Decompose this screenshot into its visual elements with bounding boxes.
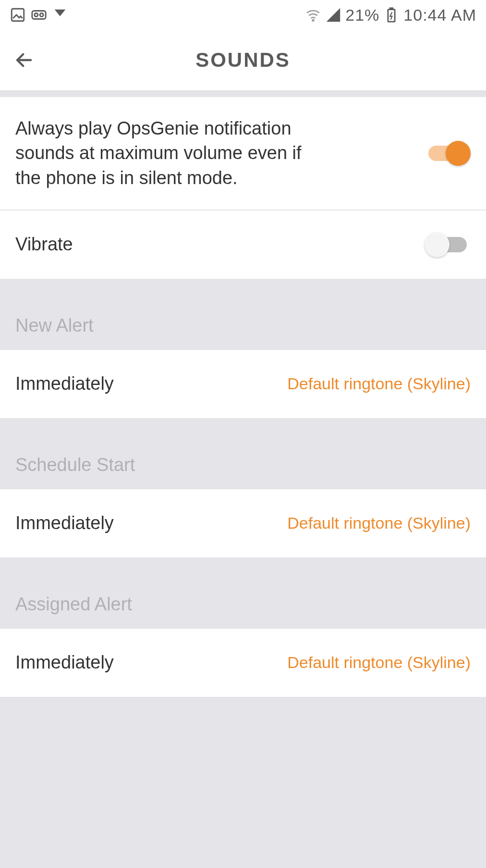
toggle-max-volume[interactable] [425,140,471,167]
option-value: Default ringtone (Skyline) [287,653,471,672]
option-value: Default ringtone (Skyline) [287,374,471,393]
back-button[interactable] [12,49,36,72]
voicemail-icon [31,7,47,23]
svg-point-2 [35,13,38,16]
status-bar: 21% 10:44 AM [0,0,486,30]
option-new-alert-immediately[interactable]: Immediately Default ringtone (Skyline) [0,349,486,419]
setting-vibrate-label: Vibrate [15,232,313,257]
battery-icon [383,7,400,23]
battery-percent: 21% [345,6,379,25]
section-new-alert: New Alert [0,279,486,349]
svg-rect-5 [388,10,395,22]
bottom-gap [0,697,486,737]
option-label: Immediately [15,373,114,394]
image-icon [10,7,26,23]
setting-max-volume[interactable]: Always play OpsGenie notification sounds… [0,97,486,210]
option-schedule-start-immediately[interactable]: Immediately Default ringtone (Skyline) [0,489,486,558]
option-label: Immediately [15,513,114,533]
signal-icon [325,7,341,23]
svg-rect-0 [12,9,24,21]
section-assigned-alert: Assigned Alert [0,558,486,628]
option-value: Default ringtone (Skyline) [287,514,471,533]
section-schedule-start: Schedule Start [0,419,486,489]
setting-vibrate[interactable]: Vibrate [0,210,486,279]
svg-rect-6 [390,8,393,10]
app-header: SOUNDS [0,30,486,91]
clock-text: 10:44 AM [403,6,476,25]
option-assigned-alert-immediately[interactable]: Immediately Default ringtone (Skyline) [0,628,486,697]
svg-point-3 [40,13,43,16]
check-icon [52,7,68,23]
toggle-vibrate[interactable] [425,231,471,258]
setting-max-volume-label: Always play OpsGenie notification sounds… [15,116,313,190]
wifi-icon [305,7,321,23]
svg-point-4 [313,20,314,21]
page-title: SOUNDS [0,49,486,72]
option-label: Immediately [15,652,114,673]
